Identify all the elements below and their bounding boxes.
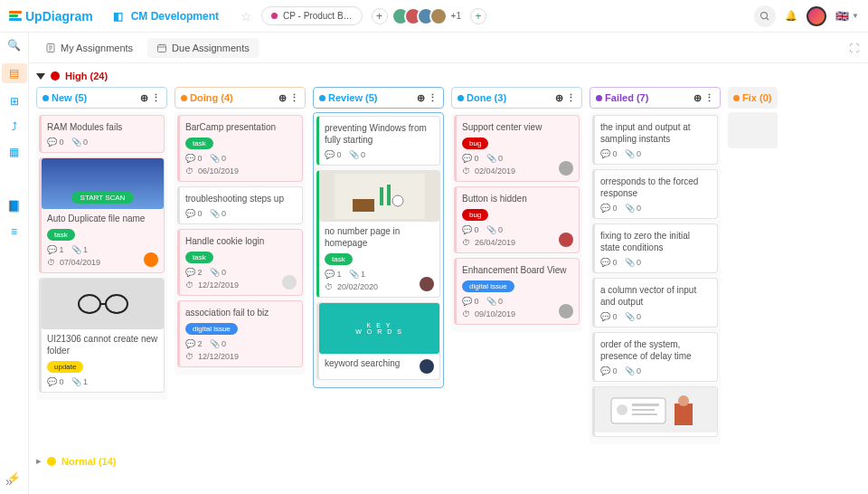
- expand-icon[interactable]: ⛶: [849, 43, 859, 53]
- assignee-avatar: [144, 252, 158, 267]
- search-button[interactable]: [754, 5, 776, 27]
- card-title: keyword searching: [325, 357, 434, 369]
- card[interactable]: orresponds to the forced response💬 0📎 0: [592, 169, 718, 219]
- svg-point-0: [761, 12, 768, 18]
- column-done: Done (3) ⊕⋮ Support center view bug 💬 0📎…: [451, 87, 582, 332]
- nav-share-icon[interactable]: ⤴: [7, 119, 22, 134]
- card-image: [595, 387, 717, 432]
- tab-label: My Assignments: [61, 43, 133, 53]
- column-header[interactable]: Fix (0): [728, 87, 778, 109]
- add-card-icon[interactable]: ⊕: [693, 92, 702, 104]
- card-title: Handle cookie login: [185, 235, 297, 247]
- svg-point-3: [79, 295, 100, 313]
- column-menu-icon[interactable]: ⋮: [566, 92, 576, 104]
- language-selector[interactable]: 🇬🇧▼: [835, 10, 859, 23]
- column-menu-icon[interactable]: ⋮: [704, 92, 714, 104]
- column-header[interactable]: Doing (4) ⊕⋮: [175, 87, 306, 109]
- project-icon: ◧: [111, 9, 126, 24]
- add-card-icon[interactable]: ⊕: [555, 92, 563, 104]
- card[interactable]: Button is hidden bug 💬 0📎 0 ⏱ 26/04/2019: [454, 186, 580, 253]
- tab-due-assignments[interactable]: Due Assignments: [147, 38, 259, 58]
- lane-label: High (24): [65, 71, 108, 81]
- board-area: High (24) New (5) ⊕⋮ RAM Modules fails 💬…: [29, 63, 868, 494]
- card[interactable]: START SCAN Auto Duplicate file name task…: [39, 157, 165, 273]
- card-badge: bug: [462, 209, 488, 221]
- card[interactable]: Support center view bug 💬 0📎 0 ⏱ 02/04/2…: [454, 115, 580, 182]
- card-title: Button is hidden: [462, 193, 573, 204]
- column-doing: Doing (4) ⊕⋮ BarCamp presentation task 💬…: [175, 87, 306, 375]
- card[interactable]: association fail to biz digital issue 💬 …: [177, 300, 303, 367]
- star-icon[interactable]: ☆: [241, 9, 252, 24]
- column-header[interactable]: Review (5) ⊕⋮: [313, 87, 444, 109]
- card-title: troubleshooting steps up: [185, 193, 297, 204]
- assignee-avatar: [559, 304, 573, 318]
- lane-header-normal[interactable]: ▸ Normal (14): [36, 455, 861, 467]
- svg-rect-14: [632, 413, 657, 415]
- card[interactable]: the input and output at sampling instant…: [592, 115, 718, 165]
- member-avatars[interactable]: +1: [397, 7, 461, 25]
- add-workspace-button[interactable]: +: [372, 8, 388, 24]
- column-title: Done (3): [467, 92, 506, 103]
- card-title: RAM Modules fails: [47, 121, 158, 133]
- collapse-icon: [36, 73, 45, 80]
- add-member-button[interactable]: +: [470, 8, 486, 24]
- card[interactable]: K E YW O R D S keyword searching: [316, 302, 440, 380]
- assignee-avatar: [282, 275, 297, 290]
- column-title: Doing (4): [190, 92, 233, 103]
- card[interactable]: RAM Modules fails 💬 0📎 0: [39, 115, 165, 153]
- card-title: orresponds to the forced response: [600, 176, 712, 199]
- column-menu-icon[interactable]: ⋮: [428, 92, 438, 104]
- notification-icon[interactable]: 🔔: [785, 10, 797, 22]
- column-header[interactable]: Failed (7) ⊕⋮: [590, 87, 721, 109]
- chip-label: CP - Product B…: [283, 11, 353, 21]
- assignee-avatar: [559, 161, 573, 176]
- column-menu-icon[interactable]: ⋮: [151, 92, 161, 104]
- top-bar: UpDiagram ◧ CM Development ☆ CP - Produc…: [0, 0, 868, 33]
- workspace-chip[interactable]: CP - Product B…: [261, 6, 363, 25]
- column-header[interactable]: Done (3) ⊕⋮: [451, 87, 582, 109]
- user-avatar[interactable]: [807, 6, 826, 26]
- card[interactable]: no number page in homepage task 💬 1📎 1 ⏱…: [316, 170, 440, 298]
- nav-board-icon[interactable]: ▤: [2, 63, 27, 83]
- avatar-extra: +1: [451, 11, 461, 21]
- card[interactable]: [592, 386, 718, 437]
- nav-book-icon[interactable]: 📘: [7, 199, 22, 214]
- card-title: Enhancement Board View: [462, 264, 573, 276]
- add-card-icon[interactable]: ⊕: [417, 92, 425, 104]
- card-badge: task: [185, 138, 213, 149]
- column-menu-icon[interactable]: ⋮: [289, 92, 299, 104]
- card[interactable]: a column vector of input and output💬 0📎 …: [592, 278, 718, 328]
- column-title: Failed (7): [605, 92, 648, 103]
- card[interactable]: UI21306 cannot create new folder update …: [39, 278, 165, 393]
- nav-calendar-icon[interactable]: ▦: [7, 145, 22, 159]
- left-sidebar: 🔍 ▤ ⊞ ⤴ ▦ 📘 ≡ ⚡: [0, 33, 29, 494]
- lane-header-high[interactable]: High (24): [36, 71, 861, 81]
- card[interactable]: troubleshooting steps up 💬 0📎 0: [177, 186, 303, 224]
- card[interactable]: preventing Windows from fully starting 💬…: [316, 116, 440, 166]
- card-badge: task: [47, 229, 75, 241]
- card[interactable]: Handle cookie login task 💬 2📎 0 ⏱ 12/12/…: [177, 229, 303, 296]
- column-review: Review (5) ⊕⋮ preventing Windows from fu…: [313, 87, 444, 388]
- nav-grid-icon[interactable]: ⊞: [7, 94, 22, 109]
- column-header[interactable]: New (5) ⊕⋮: [36, 87, 167, 109]
- priority-dot: [51, 71, 60, 81]
- logo[interactable]: UpDiagram: [9, 9, 93, 24]
- project-selector[interactable]: ◧ CM Development: [102, 5, 228, 27]
- add-card-icon[interactable]: ⊕: [278, 92, 287, 104]
- card-badge: digital issue: [462, 280, 514, 292]
- project-name: CM Development: [131, 10, 219, 23]
- card-badge: bug: [462, 138, 488, 149]
- column-title: Review (5): [328, 92, 377, 103]
- assignee-avatar: [420, 359, 434, 374]
- collapse-sidebar-icon[interactable]: »: [5, 474, 13, 489]
- card[interactable]: BarCamp presentation task 💬 0📎 0 ⏱ 06/10…: [177, 115, 303, 182]
- nav-card-icon[interactable]: ≡: [7, 224, 22, 239]
- card-badge: task: [325, 253, 353, 265]
- tab-my-assignments[interactable]: My Assignments: [36, 38, 142, 58]
- card[interactable]: fixing to zero the initial state conditi…: [592, 223, 718, 273]
- empty-column: [728, 112, 778, 148]
- nav-search-icon[interactable]: 🔍: [7, 38, 22, 52]
- add-card-icon[interactable]: ⊕: [140, 92, 148, 104]
- card[interactable]: Enhancement Board View digital issue 💬 0…: [454, 258, 580, 325]
- card[interactable]: order of the system, presence of delay t…: [592, 332, 718, 382]
